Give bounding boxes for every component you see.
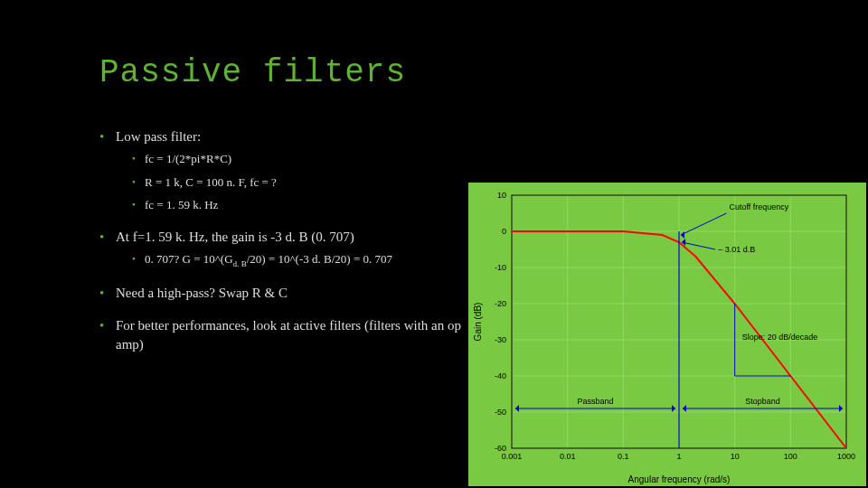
- svg-text:0.1: 0.1: [618, 452, 629, 461]
- svg-text:1000: 1000: [837, 452, 855, 461]
- bullet-gain-calc: 0. 707? G = 10^(Gd. B/20) = 10^(-3 d. B/…: [132, 251, 479, 269]
- svg-text:-10: -10: [495, 263, 506, 272]
- svg-text:-50: -50: [495, 408, 506, 417]
- svg-text:Angular frequency (rad/s): Angular frequency (rad/s): [628, 474, 731, 484]
- bullet-fc-result: fc = 1. 59 k. Hz: [132, 197, 479, 213]
- svg-marker-38: [683, 405, 686, 412]
- svg-text:Gain (dB): Gain (dB): [473, 303, 483, 342]
- svg-text:0: 0: [502, 227, 506, 236]
- svg-marker-39: [839, 405, 843, 412]
- svg-text:10: 10: [731, 452, 740, 461]
- bode-plot: 100-10-20-30-40-50-600.0010.010.11101001…: [468, 183, 866, 486]
- svg-text:100: 100: [784, 452, 797, 461]
- svg-text:– 3.01 d.B: – 3.01 d.B: [718, 245, 755, 254]
- bullet-active: For better performances, look at active …: [99, 316, 479, 353]
- bullet-rc-values: R = 1 k, C = 100 n. F, fc = ?: [132, 174, 479, 191]
- bullet-gain-text: At f=1. 59 k. Hz, the gain is -3 d. B (0…: [116, 230, 354, 244]
- svg-text:Stopband: Stopband: [745, 397, 780, 406]
- svg-marker-37: [672, 405, 675, 412]
- bullet-highpass: Need a high-pass? Swap R & C: [99, 284, 479, 302]
- svg-marker-36: [515, 405, 519, 412]
- bullet-lowpass-text: Low pass filter:: [116, 129, 201, 144]
- bullet-fc-formula: fc = 1/(2*pi*R*C): [132, 151, 479, 167]
- gain-calc-pre: 0. 707? G = 10^(G: [145, 252, 233, 266]
- svg-line-43: [681, 213, 726, 235]
- svg-text:Passband: Passband: [577, 397, 613, 406]
- svg-text:10: 10: [497, 191, 506, 200]
- gain-calc-sub: d. B: [233, 259, 247, 268]
- svg-text:Cutoff frequency: Cutoff frequency: [730, 202, 789, 211]
- svg-text:1: 1: [676, 452, 681, 461]
- svg-text:0.001: 0.001: [502, 452, 523, 461]
- slide-title: Passive filters: [99, 54, 868, 91]
- svg-text:Slope: 20 dB/decade: Slope: 20 dB/decade: [742, 333, 818, 342]
- svg-marker-44: [681, 231, 684, 239]
- bullet-lowpass: Low pass filter: fc = 1/(2*pi*R*C) R = 1…: [99, 127, 479, 213]
- svg-text:-40: -40: [495, 371, 506, 380]
- svg-text:-30: -30: [495, 335, 506, 344]
- gain-calc-post: /20) = 10^(-3 d. B/20) = 0. 707: [247, 252, 392, 266]
- bullet-gain: At f=1. 59 k. Hz, the gain is -3 d. B (0…: [99, 228, 479, 269]
- svg-text:0.01: 0.01: [560, 452, 576, 461]
- svg-text:-20: -20: [495, 299, 506, 308]
- slide-content: Low pass filter: fc = 1/(2*pi*R*C) R = 1…: [99, 127, 479, 353]
